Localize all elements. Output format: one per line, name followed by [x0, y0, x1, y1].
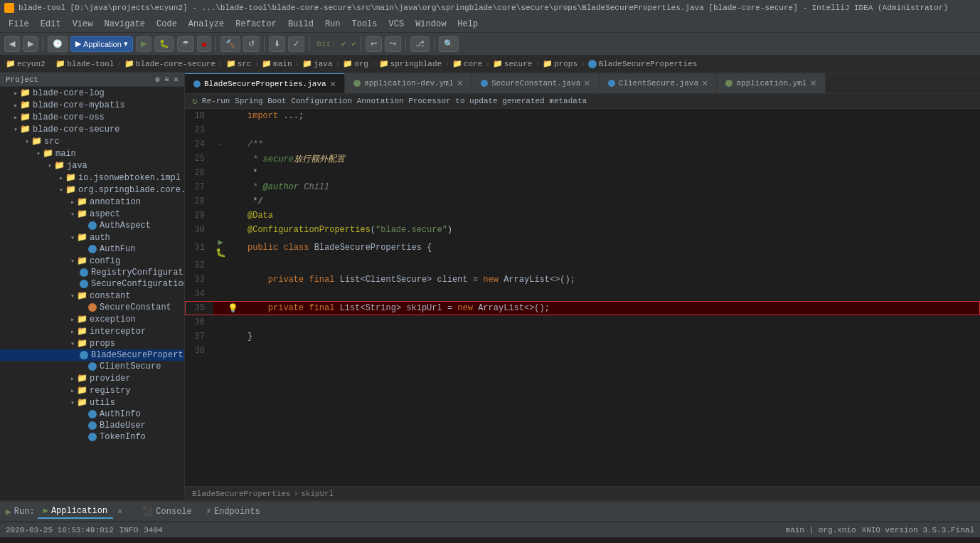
- line-content[interactable]: private final List<String> skipUrl = new…: [242, 301, 980, 315]
- coverage-btn[interactable]: ☂: [177, 36, 194, 52]
- vcs-update-btn[interactable]: ⬇: [269, 36, 285, 52]
- tree-item-RegistryConfiguration[interactable]: RegistryConfiguration: [0, 267, 184, 278]
- hint-icon[interactable]: 💡: [228, 301, 242, 315]
- tree-item-blade-core-mybatis[interactable]: ▸📁blade-core-mybatis: [0, 99, 184, 111]
- bc-item-main[interactable]: 📁main: [262, 59, 292, 68]
- line-content[interactable]: public class BladeSecureProperties {: [242, 237, 980, 258]
- line-content[interactable]: * secure放行额外配置: [242, 152, 980, 166]
- line-content[interactable]: @Data: [242, 209, 980, 223]
- line-content[interactable]: private final List<ClientSecure> client …: [242, 273, 980, 287]
- editor-tab-3[interactable]: ClientSecure.java✕: [600, 73, 718, 93]
- tree-item-BladeSecureProperties[interactable]: BladeSecureProperties: [0, 349, 184, 361]
- tree-item-registry[interactable]: ▸📁registry: [0, 384, 184, 396]
- tab-endpoints[interactable]: ⚡ Endpoints: [201, 505, 266, 518]
- tree-item-interceptor[interactable]: ▸📁interceptor: [0, 325, 184, 337]
- bc-item-props[interactable]: 📁props: [543, 59, 577, 68]
- line-content[interactable]: [242, 315, 980, 330]
- line-content[interactable]: [242, 287, 980, 301]
- menu-item-run[interactable]: Run: [319, 18, 346, 31]
- bc-item-ecyun2[interactable]: 📁ecyun2: [6, 59, 46, 68]
- menu-item-help[interactable]: Help: [452, 18, 484, 31]
- run-config-btn[interactable]: ▶ Application ▾: [70, 36, 133, 52]
- bc-item-secure[interactable]: 📁secure: [493, 59, 533, 68]
- tree-item-annotation[interactable]: ▸📁annotation: [0, 196, 184, 208]
- debug-gutter-icon[interactable]: 🐛: [215, 248, 226, 258]
- tree-item-java[interactable]: ▾📁java: [0, 159, 184, 172]
- line-content[interactable]: }: [242, 330, 980, 344]
- menu-item-navigate[interactable]: Navigate: [98, 18, 151, 31]
- tab-application[interactable]: ▶ Application: [38, 504, 113, 519]
- undo-btn[interactable]: ↩: [366, 36, 382, 52]
- tab-console[interactable]: ⬛ Console: [137, 505, 197, 518]
- line-content[interactable]: * @author Chill: [242, 180, 980, 194]
- tree-item-TokenInfo[interactable]: TokenInfo: [0, 431, 184, 443]
- tree-item-utils[interactable]: ▾📁utils: [0, 396, 184, 408]
- line-content[interactable]: *: [242, 166, 980, 180]
- tab-close-2[interactable]: ✕: [584, 78, 590, 88]
- line-content[interactable]: [242, 344, 980, 358]
- tree-item-blade-core-oss[interactable]: ▸📁blade-core-oss: [0, 111, 184, 123]
- line-content[interactable]: [242, 123, 980, 137]
- tree-item-props[interactable]: ▾📁props: [0, 337, 184, 349]
- sync-btn[interactable]: ↺: [243, 36, 260, 52]
- tree-item-AuthInfo[interactable]: AuthInfo: [0, 408, 184, 420]
- tree-item-blade-core-secure[interactable]: ▾📁blade-core-secure: [0, 123, 184, 135]
- editor-tab-2[interactable]: SecureConstant.java✕: [472, 73, 600, 93]
- fold-icon[interactable]: −: [218, 140, 223, 149]
- bc-item-blade-core-secure[interactable]: 📁blade-core-secure: [124, 59, 215, 68]
- tree-item-auth[interactable]: ▾📁auth: [0, 231, 184, 243]
- menu-item-refactor[interactable]: Refactor: [230, 18, 282, 31]
- tree-item-SecureConfiguration[interactable]: SecureConfiguration: [0, 278, 184, 290]
- tree-item-blade-core-log[interactable]: ▸📁blade-core-log: [0, 87, 184, 99]
- project-tree[interactable]: Project ⚙ ≡ ✕ ▸📁blade-core-log▸📁blade-co…: [0, 73, 185, 500]
- tree-item-AuthFun[interactable]: AuthFun: [0, 243, 184, 255]
- bc-item-org[interactable]: 📁org: [343, 59, 368, 68]
- tree-item-provider[interactable]: ▸📁provider: [0, 372, 184, 384]
- tree-item-constant[interactable]: ▾📁constant: [0, 290, 184, 302]
- vcs-commit-btn[interactable]: ✓: [288, 36, 304, 52]
- menu-item-edit[interactable]: Edit: [35, 18, 67, 31]
- tab-close-3[interactable]: ✕: [702, 78, 708, 88]
- tree-item-SecureConstant[interactable]: SecureConstant: [0, 302, 184, 313]
- menu-item-vcs[interactable]: VCS: [383, 18, 410, 31]
- tree-item-src[interactable]: ▾📁src: [0, 135, 184, 147]
- search-btn[interactable]: 🔍: [439, 36, 459, 52]
- vcs-history-btn[interactable]: ⎇: [410, 36, 430, 52]
- debug-btn[interactable]: 🐛: [154, 36, 174, 52]
- bc-item-BladeSecureProperties[interactable]: BladeSecureProperties: [588, 60, 698, 68]
- line-content[interactable]: @ConfigurationProperties("blade.secure"): [242, 223, 980, 237]
- tree-item-ClientSecure[interactable]: ClientSecure: [0, 361, 184, 372]
- tab-close-4[interactable]: ✕: [810, 78, 816, 88]
- tree-item-main[interactable]: ▾📁main: [0, 147, 184, 159]
- tab-close-0[interactable]: ✕: [330, 79, 336, 89]
- editor-tabs[interactable]: BladeSecureProperties.java✕application-d…: [185, 73, 980, 94]
- menu-item-code[interactable]: Code: [151, 18, 183, 31]
- tree-item-AuthAspect[interactable]: AuthAspect: [0, 220, 184, 231]
- line-content[interactable]: */: [242, 194, 980, 209]
- code-editor[interactable]: 18import ...;23 24−/**25 * secure放行额外配置2…: [185, 109, 980, 486]
- notification-bar[interactable]: ↻ Re-run Spring Boot Configuration Annot…: [185, 94, 980, 109]
- bc-item-springblade[interactable]: 📁springblade: [379, 59, 442, 68]
- tree-item-aspect[interactable]: ▾📁aspect: [0, 208, 184, 220]
- stop-btn[interactable]: ■: [197, 36, 212, 52]
- editor-tab-4[interactable]: application.yml✕: [717, 73, 825, 93]
- run-gutter-icon[interactable]: ▶: [218, 238, 223, 248]
- bottom-tabs[interactable]: ▶ Run: ▶ Application ✕ ⬛ Console ⚡ Endpo…: [0, 502, 980, 522]
- editor-tab-0[interactable]: BladeSecureProperties.java✕: [185, 73, 345, 93]
- tree-item-io-jsonwebtoken-impl[interactable]: ▸📁io.jsonwebtoken.impl: [0, 172, 184, 184]
- bc-item-core[interactable]: 📁core: [452, 59, 482, 68]
- menu-item-window[interactable]: Window: [410, 18, 452, 31]
- tree-item-org-springblade-core-secure[interactable]: ▾📁org.springblade.core.secure: [0, 184, 184, 196]
- bc-item-blade-tool[interactable]: 📁blade-tool: [55, 59, 114, 68]
- toolbar-back-btn[interactable]: ◀: [4, 36, 20, 52]
- bc-item-java[interactable]: 📁java: [302, 59, 332, 68]
- toolbar-forward-btn[interactable]: ▶: [23, 36, 38, 52]
- menu-item-file[interactable]: File: [3, 18, 35, 31]
- tab-close-1[interactable]: ✕: [457, 78, 463, 88]
- run-btn[interactable]: ▶: [136, 36, 151, 52]
- tree-item-BladeUser[interactable]: BladeUser: [0, 420, 184, 431]
- editor-tab-1[interactable]: application-dev.yml✕: [345, 73, 472, 93]
- tree-item-config[interactable]: ▾📁config: [0, 255, 184, 267]
- menu-item-build[interactable]: Build: [282, 18, 319, 31]
- bc-item-src[interactable]: 📁src: [226, 59, 252, 68]
